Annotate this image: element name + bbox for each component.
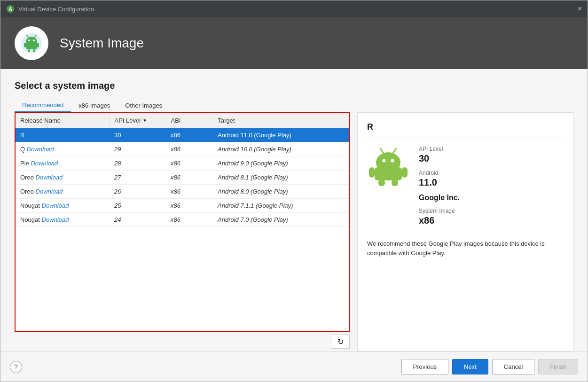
cell-release: Nougat Download [16, 199, 110, 213]
cell-target: Android 8.0 (Google Play) [213, 185, 349, 199]
svg-rect-11 [28, 49, 30, 52]
download-link[interactable]: Download [36, 188, 63, 195]
table-row[interactable]: Pie Download 28 x86 Android 9.0 (Google … [16, 156, 349, 171]
detail-recommendation: We recommend these Google Play images be… [367, 239, 564, 257]
cell-target: Android 8.1 (Google Play) [213, 171, 349, 185]
svg-rect-18 [375, 167, 402, 180]
table-section: Release Name API Level ▼ ABI Target [15, 112, 350, 351]
download-link[interactable]: Download [27, 146, 54, 153]
table-container: Release Name API Level ▼ ABI Target [15, 112, 350, 332]
main-window: A Virtual Device Configuration × [0, 0, 588, 382]
android-studio-icon [20, 31, 43, 55]
title-bar: A Virtual Device Configuration × [0, 0, 588, 17]
cell-release: Q Download [16, 142, 110, 156]
system-image-value: x86 [419, 215, 564, 226]
finish-button: Finish [538, 359, 578, 374]
window-title: Virtual Device Configuration [18, 6, 94, 13]
cell-release: R [16, 128, 110, 142]
col-header-api[interactable]: API Level ▼ [110, 113, 166, 128]
cell-abi: x86 [166, 199, 213, 213]
svg-point-4 [28, 39, 30, 41]
cell-api: 26 [110, 185, 166, 199]
download-link[interactable]: Download [42, 216, 69, 223]
svg-rect-21 [378, 179, 385, 186]
detail-body: API Level 30 Android 11.0 Google Inc. Sy… [367, 146, 564, 232]
svg-line-17 [393, 148, 396, 153]
svg-rect-19 [369, 167, 375, 178]
svg-rect-10 [37, 43, 39, 47]
cell-target: Android 9.0 (Google Play) [213, 156, 349, 171]
download-link[interactable]: Download [36, 174, 63, 181]
svg-point-5 [33, 39, 35, 41]
api-sort-control[interactable]: API Level ▼ [115, 117, 148, 124]
android-robot-icon [367, 146, 409, 188]
next-button[interactable]: Next [452, 359, 488, 374]
android-label: Android [419, 170, 564, 176]
cell-release: Pie Download [16, 156, 110, 171]
download-link[interactable]: Download [31, 160, 58, 167]
system-image-label: System Image [419, 208, 564, 214]
header-logo [15, 26, 48, 60]
table-row[interactable]: Nougat Download 25 x86 Android 7.1.1 (Go… [16, 199, 349, 213]
cell-target: Android 11.0 (Google Play) [213, 128, 349, 142]
svg-rect-22 [392, 179, 398, 186]
detail-panel: R [357, 112, 573, 351]
api-level-label: API Level [419, 146, 564, 152]
cell-target: Android 7.1.1 (Google Play) [213, 199, 349, 213]
cell-abi: x86 [166, 171, 213, 185]
cell-abi: x86 [166, 185, 213, 199]
sort-arrow-icon: ▼ [142, 118, 147, 123]
app-icon: A [6, 5, 15, 13]
tab-recommended[interactable]: Recommended [15, 99, 71, 112]
cell-api: 24 [110, 213, 166, 227]
detail-title: R [367, 122, 564, 138]
table-row[interactable]: Oreo Download 26 x86 Android 8.0 (Google… [16, 185, 349, 199]
help-button[interactable]: ? [10, 361, 22, 373]
cell-abi: x86 [166, 128, 213, 142]
cell-api: 27 [110, 171, 166, 185]
footer-right: Previous Next Cancel Finish [401, 359, 578, 374]
svg-line-16 [380, 148, 384, 153]
cell-release: Nougat Download [16, 213, 110, 227]
download-link[interactable]: Download [42, 202, 69, 209]
cell-api: 29 [110, 142, 166, 156]
cell-api: 30 [110, 128, 166, 142]
svg-rect-9 [24, 43, 26, 47]
table-row[interactable]: Oreo Download 27 x86 Android 8.1 (Google… [16, 171, 349, 185]
api-level-value: 30 [419, 153, 564, 164]
col-header-abi: ABI [166, 113, 213, 128]
cell-abi: x86 [166, 213, 213, 227]
cell-api: 28 [110, 156, 166, 171]
table-header-row: Release Name API Level ▼ ABI Target [16, 113, 349, 128]
svg-rect-20 [402, 167, 408, 178]
refresh-btn-area: ↻ [15, 332, 350, 351]
main-content: Release Name API Level ▼ ABI Target [15, 112, 573, 351]
android-value: 11.0 [419, 177, 564, 188]
system-image-table: Release Name API Level ▼ ABI Target [16, 113, 349, 227]
cancel-button[interactable]: Cancel [492, 359, 534, 374]
close-button[interactable]: × [578, 5, 582, 13]
cell-abi: x86 [166, 142, 213, 156]
refresh-button[interactable]: ↻ [331, 335, 350, 349]
header-section: System Image [0, 17, 588, 69]
cell-abi: x86 [166, 156, 213, 171]
table-row[interactable]: Nougat Download 24 x86 Android 7.0 (Goog… [16, 213, 349, 227]
tab-x86-images[interactable]: x86 Images [71, 99, 118, 112]
tab-other-images[interactable]: Other Images [118, 99, 170, 112]
svg-rect-12 [33, 49, 35, 52]
col-header-target: Target [213, 113, 349, 128]
table-row[interactable]: R 30 x86 Android 11.0 (Google Play) [16, 128, 349, 142]
table-row[interactable]: Q Download 29 x86 Android 10.0 (Google P… [16, 142, 349, 156]
svg-text:A: A [8, 7, 12, 12]
col-header-release: Release Name [16, 113, 110, 128]
svg-point-15 [391, 159, 394, 163]
svg-rect-8 [26, 43, 37, 49]
cell-target: Android 10.0 (Google Play) [213, 142, 349, 156]
detail-info: API Level 30 Android 11.0 Google Inc. Sy… [419, 146, 564, 232]
cell-api: 25 [110, 199, 166, 213]
previous-button[interactable]: Previous [401, 359, 449, 374]
footer: ? Previous Next Cancel Finish [0, 351, 588, 382]
svg-point-14 [383, 159, 386, 163]
page-title: Select a system image [15, 80, 573, 91]
header-title: System Image [60, 36, 144, 51]
